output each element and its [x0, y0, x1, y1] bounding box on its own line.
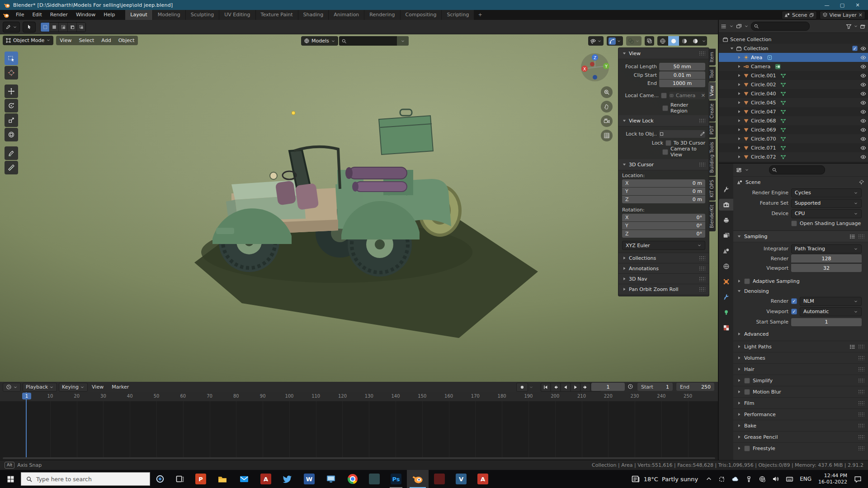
denoising-header[interactable]: Denoising: [733, 286, 868, 296]
taskbar-app-word[interactable]: W: [298, 470, 320, 488]
tray-keyboard-icon[interactable]: [783, 470, 797, 488]
tray-volume-icon[interactable]: [769, 470, 783, 488]
local-camera-checkbox[interactable]: [661, 93, 667, 99]
hide-eye-icon[interactable]: [860, 46, 866, 52]
panel-grip[interactable]: [699, 287, 705, 291]
tray-snip-icon[interactable]: [715, 470, 728, 488]
taskbar-app-photoshop[interactable]: Ps: [385, 470, 407, 488]
camera-to-view-checkbox[interactable]: [662, 149, 668, 155]
panel-annotations[interactable]: Annotations: [618, 263, 709, 273]
auto-keying-button[interactable]: [516, 383, 528, 392]
expand-arrow-icon[interactable]: [737, 73, 741, 78]
viewport-3d[interactable]: Object Mode ViewSelectAddObject Models: [0, 34, 718, 382]
viewport-menu-view[interactable]: View: [56, 38, 75, 43]
panel-grip[interactable]: [858, 344, 864, 349]
panel-grip[interactable]: [699, 51, 705, 56]
cursor-rotation-y-field[interactable]: Y0°: [622, 222, 705, 230]
taskbar-app-movies-tv[interactable]: [320, 470, 342, 488]
tool-rotate[interactable]: [5, 99, 18, 113]
sidebar-tab-view[interactable]: View: [708, 82, 716, 99]
playhead[interactable]: [26, 392, 27, 457]
tray-onedrive-icon[interactable]: [728, 470, 742, 488]
outliner-row-scene-collection[interactable]: Scene Collection: [719, 35, 868, 44]
taskbar-app-vray[interactable]: V: [450, 470, 472, 488]
denoise-render-checkbox[interactable]: ✓: [791, 298, 797, 304]
select-mode-intersect[interactable]: [77, 23, 85, 32]
timeline-marker-menu[interactable]: Marker: [108, 384, 133, 390]
start-button[interactable]: [0, 470, 21, 488]
section-bake[interactable]: Bake: [733, 420, 868, 431]
properties-tab-object-data[interactable]: [719, 306, 733, 318]
play-reverse-button[interactable]: [561, 383, 571, 391]
workspace-tab-sculpting[interactable]: Sculpting: [186, 10, 219, 20]
rotation-order-dropdown[interactable]: XYZ Euler: [622, 241, 705, 250]
outliner-row-circle-002[interactable]: Circle.002: [719, 80, 868, 89]
scene-selector[interactable]: Scene: [782, 11, 817, 19]
blenderkit-expand-dropdown[interactable]: [397, 36, 409, 46]
outliner-row-circle-045[interactable]: Circle.045: [719, 98, 868, 107]
viewport-zoom-button[interactable]: [601, 86, 613, 98]
select-mode-invert[interactable]: [68, 23, 77, 32]
denoise-viewport-dropdown[interactable]: Automatic: [800, 307, 862, 316]
taskbar-app-adobe-app[interactable]: A: [255, 470, 277, 488]
panel-grip[interactable]: [858, 378, 864, 383]
panel-grip[interactable]: [858, 446, 864, 450]
gizmos-dropdown[interactable]: [607, 36, 623, 46]
viewport-camera-button[interactable]: [601, 115, 613, 127]
jump-to-start-button[interactable]: [541, 383, 551, 391]
panel-collections[interactable]: Collections: [618, 253, 709, 263]
menu-window[interactable]: Window: [72, 10, 99, 20]
lock-to-object-field[interactable]: [659, 130, 705, 138]
clip-end-field[interactable]: 1000 m: [659, 80, 705, 87]
section-freestyle[interactable]: Freestyle: [733, 442, 868, 454]
keying-dropdown[interactable]: Keying: [59, 383, 88, 392]
properties-tab-object[interactable]: [719, 276, 733, 287]
sampling-section-header[interactable]: Sampling: [733, 230, 868, 242]
properties-tab-view-layer[interactable]: [719, 230, 733, 241]
editor-type-icon[interactable]: [736, 167, 742, 173]
sidebar-tab-building-tools[interactable]: Building Tools: [708, 139, 716, 176]
timeline-track-area[interactable]: [0, 401, 718, 457]
render-region-checkbox[interactable]: [662, 105, 668, 111]
blenderkit-search-input[interactable]: [339, 36, 397, 46]
hide-eye-icon[interactable]: [860, 109, 866, 115]
render-engine-dropdown[interactable]: Cycles: [791, 188, 862, 197]
section-film[interactable]: Film: [733, 397, 868, 408]
hide-eye-icon[interactable]: [860, 127, 866, 133]
section-grease-pencil[interactable]: Grease Pencil: [733, 431, 868, 442]
outliner-row-circle-071[interactable]: Circle.071: [719, 143, 868, 152]
expand-arrow-icon[interactable]: [737, 136, 741, 141]
section-simplify[interactable]: Simplify: [733, 375, 868, 386]
tray-network-icon[interactable]: [755, 470, 769, 488]
panel-grip[interactable]: [858, 423, 864, 428]
shading-solid-button[interactable]: [668, 36, 679, 46]
shading-material-button[interactable]: [679, 36, 690, 46]
section-checkbox[interactable]: [744, 389, 750, 395]
menu-render[interactable]: Render: [46, 10, 72, 20]
cursor-rotation-x-field[interactable]: X0°: [622, 214, 705, 221]
outliner-row-collection[interactable]: Collection✓: [719, 44, 868, 53]
outliner-row-circle-070[interactable]: Circle.070: [719, 134, 868, 143]
taskbar-app-app-dark[interactable]: [363, 470, 385, 488]
sidebar-tab-create[interactable]: Create: [708, 100, 716, 122]
clear-icon[interactable]: ✕: [701, 93, 705, 99]
collapse-arrow-icon[interactable]: [730, 46, 734, 51]
remove-view-layer-icon[interactable]: ✕: [859, 12, 863, 18]
properties-tab-output[interactable]: [719, 214, 733, 226]
object-visibility-dropdown[interactable]: [588, 36, 604, 46]
viewport-menu-object[interactable]: Object: [115, 38, 138, 43]
task-view-button[interactable]: [170, 470, 190, 488]
expand-arrow-icon[interactable]: [737, 109, 741, 114]
viewport-menu-select[interactable]: Select: [75, 38, 98, 43]
navigation-gizmo[interactable]: Z Y X: [580, 52, 610, 82]
timeline-editor-type-dropdown[interactable]: [3, 383, 21, 392]
hide-eye-icon[interactable]: [860, 118, 866, 124]
taskbar-weather[interactable]: 18°C Partly sunny: [627, 474, 703, 483]
view-panel-header[interactable]: View: [618, 48, 709, 59]
section-motion-blur[interactable]: Motion Blur: [733, 386, 868, 397]
hide-eye-icon[interactable]: [860, 91, 866, 97]
presets-icon[interactable]: [849, 234, 855, 239]
menu-edit[interactable]: Edit: [28, 10, 46, 20]
expand-arrow-icon[interactable]: [737, 64, 741, 69]
current-frame-field[interactable]: 1: [591, 383, 625, 391]
